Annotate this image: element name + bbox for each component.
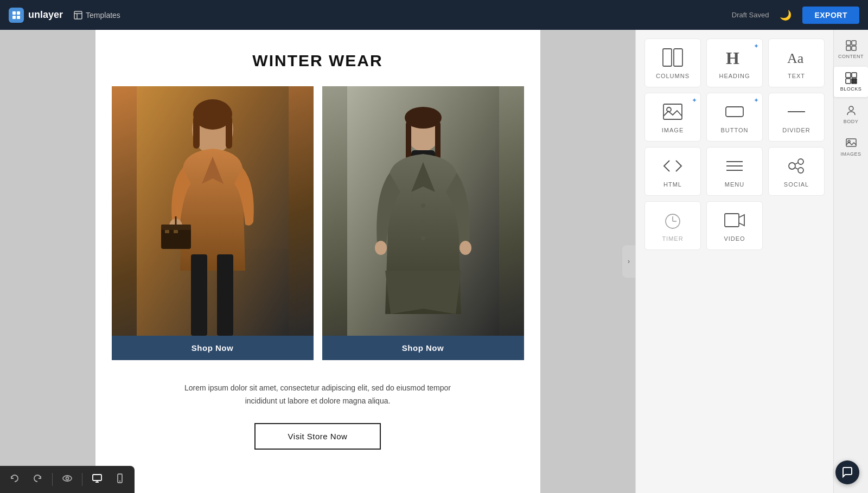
preview-button[interactable] [57,469,78,490]
canvas-area[interactable]: WINTER WEAR [0,30,635,493]
email-title: WINTER WEAR [252,52,382,70]
svg-point-44 [798,159,803,164]
content-item-button[interactable]: ✦ BUTTON [706,93,763,142]
svg-rect-3 [17,16,20,19]
svg-text:Aa: Aa [787,50,804,66]
heading-icon: H [724,48,745,67]
svg-rect-51 [725,214,739,227]
svg-rect-25 [435,121,441,159]
svg-point-29 [421,236,425,240]
svg-rect-11 [193,116,200,149]
svg-rect-12 [226,116,232,149]
sidebar-content-label: Content [838,54,864,59]
svg-rect-52 [846,41,851,45]
sidebar-item-images[interactable]: Images [834,132,868,162]
export-button[interactable]: EXPORT [802,7,859,24]
divider-icon [786,102,807,121]
svg-point-27 [421,203,425,208]
sidebar-item-content[interactable]: Content [834,34,868,65]
svg-rect-20 [217,254,233,336]
product-image-man [112,86,314,336]
content-item-heading[interactable]: ✦ H HEADING [706,39,763,87]
visit-store-button[interactable]: Visit Store Now [254,423,381,450]
drag-icon-button: ✦ [754,97,759,104]
svg-rect-1 [17,11,20,15]
drag-icon-image: ✦ [692,97,697,104]
draft-saved-status: Draft Saved [732,11,769,19]
svg-rect-33 [674,49,682,66]
svg-point-43 [789,163,795,169]
svg-rect-2 [12,16,16,19]
menu-label: MENU [725,181,744,188]
svg-point-66 [63,476,72,481]
svg-rect-56 [846,73,851,78]
svg-point-31 [459,241,471,255]
content-item-menu[interactable]: MENU [706,147,763,196]
content-item-columns[interactable]: COLUMNS [644,39,701,87]
svg-point-28 [421,220,425,224]
svg-rect-17 [165,230,169,233]
content-item-image[interactable]: ✦ IMAGE [644,93,701,142]
svg-point-45 [798,168,803,173]
product-label-2[interactable]: Shop Now [322,336,524,360]
video-icon [724,210,745,230]
content-grid: COLUMNS ✦ H HEADING Aa [644,39,825,250]
timer-icon [662,210,684,230]
svg-rect-24 [406,121,411,159]
svg-rect-19 [191,254,207,336]
content-panel: COLUMNS ✦ H HEADING Aa [635,30,833,493]
svg-rect-59 [852,79,854,81]
svg-rect-64 [846,139,856,146]
sidebar-body-label: Body [844,119,859,124]
content-item-html[interactable]: HTML [644,147,701,196]
undo-button[interactable] [4,469,25,490]
theme-toggle-button[interactable]: 🌙 [777,7,794,23]
logo[interactable]: unlayer [9,8,63,23]
sidebar-icons: Content Blocks Body [833,30,868,493]
sidebar-images-label: Images [840,151,861,157]
product-card-1: Shop Now [112,86,314,360]
content-item-social[interactable]: SOCIAL [768,147,825,196]
columns-label: COLUMNS [656,73,690,79]
svg-rect-62 [854,81,857,84]
svg-rect-15 [161,225,191,230]
sidebar-item-body[interactable]: Body [834,99,868,130]
desktop-view-button[interactable] [87,469,107,490]
svg-rect-18 [174,230,178,233]
text-label: TEXT [788,73,805,79]
svg-rect-61 [852,81,854,84]
bottom-divider-2 [82,473,82,486]
email-description: Lorem ipsum dolor sit amet, consectetur … [182,382,454,408]
right-panel: COLUMNS ✦ H HEADING Aa [635,30,868,493]
button-label: BUTTON [720,127,748,133]
mobile-view-button[interactable] [110,469,130,490]
content-item-timer[interactable]: TIMER [644,201,701,250]
svg-rect-60 [854,79,857,81]
svg-rect-36 [663,104,682,119]
content-item-video[interactable]: VIDEO [706,201,763,250]
heading-label: HEADING [719,73,750,79]
html-label: HTML [663,181,682,188]
product-label-1[interactable]: Shop Now [112,336,314,360]
video-label: VIDEO [724,235,745,242]
svg-rect-58 [846,79,851,84]
chat-button[interactable] [835,460,859,484]
image-icon [662,102,684,121]
menu-icon [724,156,745,176]
html-icon [662,156,684,176]
bottom-toolbar [0,466,135,493]
svg-rect-68 [93,475,101,481]
divider-label: DIVIDER [782,127,810,133]
drag-icon-heading: ✦ [754,42,759,50]
svg-rect-57 [852,73,857,78]
content-item-text[interactable]: Aa TEXT [768,39,825,87]
content-item-divider[interactable]: DIVIDER [768,93,825,142]
panel-collapse-arrow[interactable]: › [622,245,635,278]
social-label: SOCIAL [784,181,809,188]
logo-icon [9,8,24,23]
sidebar-item-blocks[interactable]: Blocks [834,67,868,97]
redo-button[interactable] [27,469,48,490]
templates-nav[interactable]: Templates [74,11,120,20]
text-icon: Aa [786,48,807,67]
svg-line-47 [795,168,798,169]
